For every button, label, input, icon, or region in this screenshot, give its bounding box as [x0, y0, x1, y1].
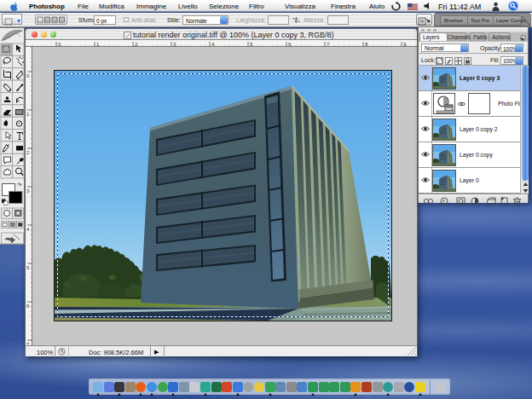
- svg-text:5: 5: [26, 265, 30, 270]
- svg-text:3: 3: [26, 188, 30, 194]
- svg-text:1: 1: [26, 112, 30, 117]
- svg-text:6: 6: [26, 304, 30, 309]
- svg-text:f: f: [442, 199, 445, 205]
- svg-text:2: 2: [26, 150, 30, 155]
- svg-text:0: 0: [26, 73, 30, 78]
- svg-text:4: 4: [26, 227, 30, 232]
